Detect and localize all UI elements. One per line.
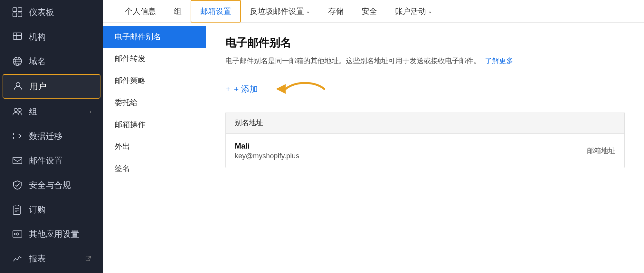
mail-settings-icon: [12, 155, 23, 166]
sidebar-item-dashboard[interactable]: 仪表板: [3, 1, 100, 24]
svg-point-13: [14, 108, 17, 112]
learn-more-link[interactable]: 了解更多: [485, 57, 513, 65]
sub-nav: 电子邮件别名 邮件转发 邮件策略 委托给 邮箱操作 外出 签名: [103, 23, 206, 273]
svg-point-14: [18, 108, 21, 112]
arrow-annotation: [270, 78, 327, 100]
chevron-down-icon-2: ⌄: [428, 8, 432, 14]
migration-icon: [12, 130, 23, 142]
svg-rect-2: [13, 13, 17, 17]
page-description: 电子邮件别名是同一邮箱的其他地址。这些别名地址可用于发送或接收电子邮件。 了解更…: [225, 55, 625, 66]
sub-nav-item-email-alias[interactable]: 电子邮件别名: [103, 26, 206, 48]
sidebar-item-users[interactable]: 用户: [3, 74, 100, 99]
external-link-icon: [85, 255, 91, 262]
alias-email: key@myshopify.plus: [235, 152, 587, 160]
sub-nav-item-mail-policy[interactable]: 邮件策略: [103, 70, 206, 92]
sidebar-item-label-organization: 机构: [29, 31, 46, 43]
sidebar-item-label-security: 安全与合规: [29, 180, 71, 191]
page-title: 电子邮件别名: [225, 35, 625, 50]
sidebar-item-organization[interactable]: 机构: [3, 25, 100, 48]
tab-mailbox-settings[interactable]: 邮箱设置: [191, 0, 241, 23]
sub-nav-item-out-of-office[interactable]: 外出: [103, 135, 206, 157]
sidebar-item-label-migration: 数据迁移: [29, 131, 62, 142]
sidebar-item-label-other-apps: 其他应用设置: [29, 229, 79, 240]
plus-icon: +: [225, 84, 231, 94]
tab-personal-info[interactable]: 个人信息: [116, 0, 165, 23]
reports-icon: [12, 253, 23, 264]
sidebar-item-label-users: 用户: [30, 81, 46, 92]
sidebar-item-label-groups: 组: [29, 106, 37, 117]
sub-nav-item-mail-forward[interactable]: 邮件转发: [103, 48, 206, 70]
alias-mailbox-address-label: 邮箱地址: [587, 146, 615, 156]
sidebar-item-other-apps[interactable]: 其他应用设置: [3, 222, 100, 246]
tab-account-activity[interactable]: 账户活动 ⌄: [386, 0, 441, 23]
sidebar-item-migration[interactable]: 数据迁移: [3, 124, 100, 148]
sub-nav-item-signature[interactable]: 签名: [103, 157, 206, 179]
sub-nav-item-mailbox-action[interactable]: 邮箱操作: [103, 113, 206, 135]
tab-anti-spam[interactable]: 反垃圾邮件设置 ⌄: [241, 0, 319, 23]
top-tab-bar: 个人信息 组 邮箱设置 反垃圾邮件设置 ⌄ 存储 安全 账户活动 ⌄: [103, 0, 644, 23]
svg-rect-15: [13, 157, 22, 164]
chevron-right-icon: ›: [90, 108, 91, 115]
sidebar-item-reports[interactable]: 报表: [3, 247, 100, 270]
alias-table: 别名地址 Mali key@myshopify.plus 邮箱地址: [225, 112, 625, 168]
tab-groups[interactable]: 组: [165, 0, 191, 23]
tab-storage[interactable]: 存储: [319, 0, 353, 23]
groups-icon: [12, 106, 23, 117]
security-icon: [12, 179, 23, 191]
svg-rect-0: [13, 8, 17, 12]
user-icon: [12, 81, 24, 92]
organization-icon: [12, 31, 23, 43]
table-row: Mali key@myshopify.plus 邮箱地址: [226, 134, 624, 168]
chevron-down-icon: ⌄: [306, 8, 310, 14]
sidebar-item-label-reports: 报表: [29, 253, 46, 264]
sidebar-item-security[interactable]: 安全与合规: [3, 173, 100, 197]
sidebar-item-label-domains: 域名: [29, 56, 46, 67]
other-apps-icon: [12, 228, 23, 240]
sidebar-item-domains[interactable]: 域名: [3, 50, 100, 73]
svg-rect-3: [18, 13, 22, 17]
sidebar-item-mail-settings[interactable]: 邮件设置: [3, 149, 100, 172]
add-alias-button[interactable]: + + 添加: [225, 83, 258, 95]
svg-rect-1: [18, 8, 22, 12]
sidebar-item-label-purchase: 订购: [29, 204, 46, 215]
right-content-panel: 电子邮件别名 电子邮件别名是同一邮箱的其他地址。这些别名地址可用于发送或接收电子…: [206, 23, 644, 273]
alias-name: Mali: [235, 141, 587, 151]
sidebar: 仪表板 机构 域名: [0, 0, 103, 273]
dashboard-icon: [12, 6, 23, 18]
sidebar-item-label-dashboard: 仪表板: [29, 7, 54, 18]
svg-point-12: [16, 83, 20, 86]
purchase-icon: [12, 204, 23, 215]
svg-point-21: [14, 233, 16, 235]
sidebar-item-purchase[interactable]: 订购: [3, 198, 100, 221]
sub-nav-item-delegate[interactable]: 委托给: [103, 92, 206, 113]
content-area: 电子邮件别名 邮件转发 邮件策略 委托给 邮箱操作 外出 签名 电子邮件别名: [103, 23, 644, 273]
table-header: 别名地址: [226, 112, 624, 134]
add-button-area: + + 添加: [225, 78, 625, 100]
svg-marker-22: [276, 84, 286, 94]
main-content: 个人信息 组 邮箱设置 反垃圾邮件设置 ⌄ 存储 安全 账户活动 ⌄ 电子邮件别…: [103, 0, 644, 273]
sidebar-item-groups[interactable]: 组 ›: [3, 100, 100, 123]
row-left: Mali key@myshopify.plus: [235, 141, 587, 160]
globe-icon: [12, 55, 23, 67]
tab-security[interactable]: 安全: [353, 0, 386, 23]
svg-rect-4: [13, 33, 22, 39]
sidebar-item-label-mail-settings: 邮件设置: [29, 155, 62, 166]
